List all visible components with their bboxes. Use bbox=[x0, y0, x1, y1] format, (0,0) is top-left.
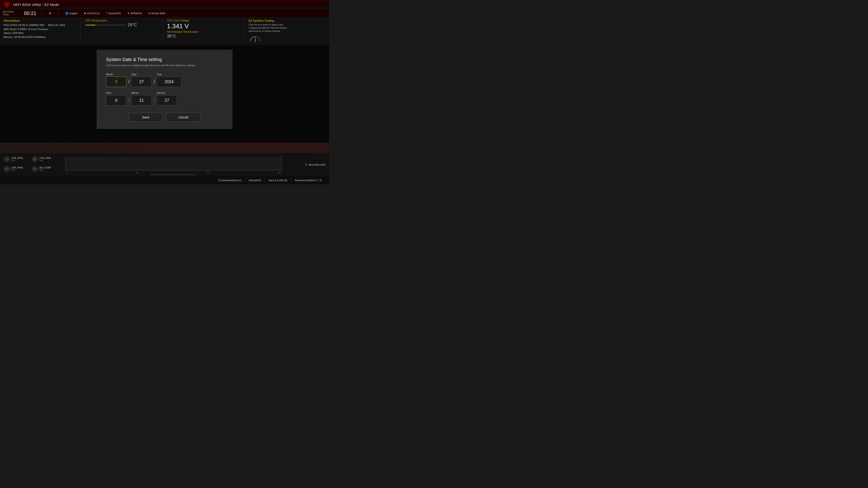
resize-bar-label: ReSize BAR bbox=[151, 12, 165, 15]
chart-area: °C 0 30 70 100 QFan Control bbox=[63, 153, 284, 176]
ai-oc-button[interactable]: ⊕ AI OC(F11) bbox=[83, 11, 101, 15]
fan-value-cha4: N/A bbox=[39, 159, 51, 162]
temp-bar bbox=[85, 25, 126, 26]
month-label: Month bbox=[106, 73, 126, 76]
time-sep-1: : bbox=[126, 97, 131, 105]
date-sep-1: / bbox=[126, 79, 131, 87]
fan-value-cha3: N/A bbox=[11, 159, 23, 162]
fan-value-cha5: N/A bbox=[11, 169, 23, 171]
header-title: UEFI BIOS Utility - EZ Mode bbox=[13, 3, 59, 6]
fan-blade-icon bbox=[4, 157, 9, 162]
globe-icon: 🌐 bbox=[65, 12, 68, 15]
voltage-label: CPU Core Voltage bbox=[167, 19, 244, 22]
aura-label: AURA(F4) bbox=[130, 12, 142, 15]
mb-temp-label: Motherboard Temperature bbox=[167, 30, 244, 33]
footer-bar: Q-Dashboard(Insert) Default(F5) Save & E… bbox=[0, 176, 329, 184]
fan-item-cha4: CHA_FAN4 N/A bbox=[32, 155, 59, 163]
bios-ver: BIOS Ver. 0501 bbox=[48, 24, 65, 26]
svg-rect-16 bbox=[319, 179, 322, 182]
second-label: Second bbox=[157, 92, 177, 94]
info-section: Information ROG STRIX X870E-E GAMING WIF… bbox=[0, 17, 329, 45]
cha-fan3-icon bbox=[4, 156, 10, 162]
fan-list: CHA_FAN3 N/A CHA_FAN4 N/A bbox=[0, 153, 63, 176]
svg-point-13 bbox=[35, 169, 35, 169]
svg-point-5 bbox=[255, 41, 256, 42]
hour-field: Hour bbox=[106, 92, 126, 105]
settings-button[interactable]: ⚙ bbox=[48, 11, 53, 15]
fan-info-aio: AIO_PUMP N/A bbox=[39, 166, 51, 171]
save-exit-button[interactable]: Save & Exit(F10) bbox=[265, 178, 291, 183]
search-button[interactable]: ? Search(F9) bbox=[105, 11, 122, 15]
qdashboard-button[interactable]: Q-Dashboard(Insert) bbox=[215, 178, 245, 183]
fan-name-aio: AIO_PUMP bbox=[39, 166, 51, 169]
axis-70: 70 bbox=[207, 171, 209, 174]
chart-unit: °C bbox=[65, 155, 282, 158]
minute-label: Minute bbox=[131, 92, 152, 94]
aura-button[interactable]: ✦ AURA(F4) bbox=[126, 11, 143, 15]
arrow-right-icon bbox=[319, 179, 322, 182]
chart-axis: 0 30 70 100 bbox=[65, 171, 282, 174]
resize-icon: ⊡ bbox=[148, 12, 151, 15]
fan-value-aio: N/A bbox=[39, 169, 51, 171]
time-row: Hour : Minute : Second bbox=[106, 92, 223, 105]
axis-0: 0 bbox=[66, 171, 67, 174]
cha-fan5-icon bbox=[4, 166, 10, 172]
dialog-buttons: Save Cancel bbox=[106, 113, 223, 122]
resize-bar-button[interactable]: ⊡ ReSize BAR bbox=[147, 11, 166, 15]
date-sep-2: / bbox=[152, 79, 157, 87]
toolbar-divider bbox=[42, 11, 42, 15]
pump-icon bbox=[33, 167, 37, 171]
year-input[interactable] bbox=[157, 76, 182, 87]
ez-tuning-label: EZ System Tuning bbox=[249, 19, 274, 22]
boot-menu-button[interactable]: ✳ Boot Menu(F8) bbox=[305, 163, 326, 166]
rog-logo-icon bbox=[3, 1, 11, 9]
bottom-section: CHA_FAN3 N/A CHA_FAN4 N/A bbox=[0, 153, 329, 176]
toolbar-time: 00:21 bbox=[24, 11, 36, 16]
toolbar-divider-2 bbox=[58, 11, 58, 15]
fan-info-cha3: CHA_FAN3 N/A bbox=[11, 157, 23, 162]
svg-point-9 bbox=[34, 159, 35, 160]
cpu-info: AMD Ryzen 9 9950X 16-Core Processor bbox=[4, 28, 49, 31]
year-label: Year bbox=[157, 73, 182, 76]
fan-info-cha5: CHA_FAN5 N/A bbox=[11, 166, 23, 171]
cancel-button[interactable]: Cancel bbox=[166, 113, 200, 122]
minute-input[interactable] bbox=[131, 95, 152, 105]
axis-30: 30 bbox=[136, 171, 138, 174]
month-input[interactable] bbox=[106, 76, 126, 87]
toolbar-date: 09/27/2024 bbox=[3, 11, 19, 13]
aio-pump-icon bbox=[32, 166, 38, 172]
cpu-temp-label: CPU Temperature bbox=[85, 19, 162, 22]
boot-menu-label: Boot Menu(F8) bbox=[309, 163, 326, 166]
cha-fan4-icon bbox=[32, 156, 38, 162]
default-button[interactable]: Default(F5) bbox=[245, 178, 265, 183]
date-input[interactable] bbox=[131, 76, 152, 87]
voltage-col: CPU Core Voltage 1.341 V Motherboard Tem… bbox=[162, 19, 244, 43]
date-row: Month / Date / Year bbox=[106, 73, 223, 87]
advanced-mode-button[interactable]: Advanced Mode(F7) bbox=[291, 178, 326, 183]
date-field: Date bbox=[131, 73, 152, 87]
dialog-desc: Use the arrow keys to navigate through t… bbox=[106, 64, 223, 67]
save-button[interactable]: Save bbox=[129, 113, 163, 122]
hour-label: Hour bbox=[106, 92, 126, 94]
dialog-overlay: System Date & Time setting Use the arrow… bbox=[0, 45, 329, 142]
system-info-col: Information ROG STRIX X870E-E GAMING WIF… bbox=[4, 19, 81, 43]
language-label: English bbox=[69, 12, 78, 15]
fan-name-cha4: CHA_FAN4 bbox=[39, 157, 51, 159]
date-label: Date bbox=[131, 73, 152, 76]
datetime-grid: Month / Date / Year bbox=[106, 73, 223, 105]
memory-info: Memory: 32768 MB (DDR5 6400MHz) bbox=[4, 36, 46, 38]
chart-svg bbox=[65, 158, 282, 171]
svg-point-3 bbox=[6, 4, 7, 5]
voltage-value: 1.341 V bbox=[167, 23, 244, 30]
time-sep-2: : bbox=[152, 97, 157, 105]
main-content: System Date & Time setting Use the arrow… bbox=[0, 45, 329, 142]
language-button[interactable]: 🌐 English bbox=[64, 11, 79, 15]
header-bar: UEFI BIOS Utility - EZ Mode bbox=[0, 0, 329, 9]
motherboard-info: ROG STRIX X870E-E GAMING WIFI BIOS Ver. … bbox=[4, 23, 81, 39]
settings-icon: ⚙ bbox=[49, 12, 51, 15]
speedometer-icon[interactable] bbox=[249, 34, 262, 43]
second-input[interactable] bbox=[157, 95, 177, 105]
hour-input[interactable] bbox=[106, 95, 126, 105]
asterisk-icon: ✳ bbox=[305, 163, 308, 166]
speed-info: Speed: 4300 MHz bbox=[4, 32, 24, 34]
